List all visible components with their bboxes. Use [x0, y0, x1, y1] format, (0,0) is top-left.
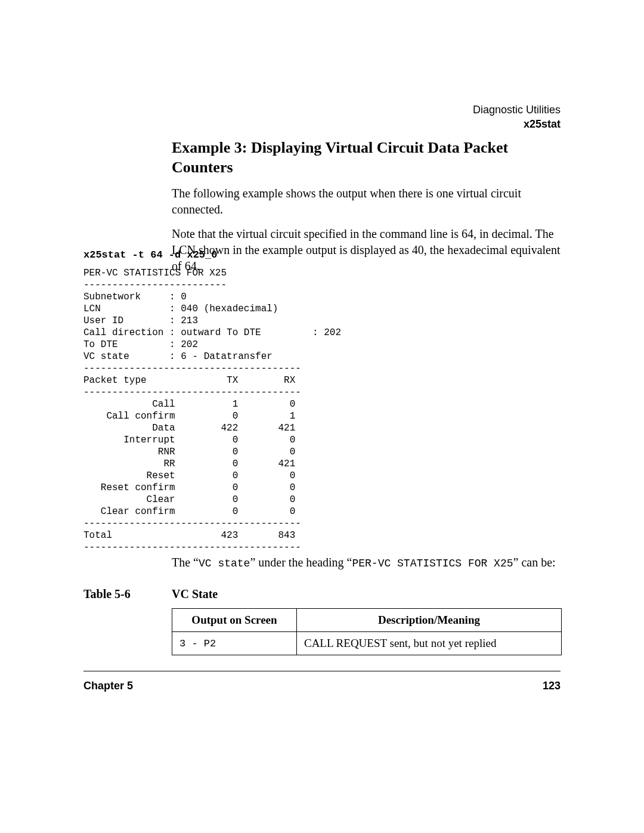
table-row: 3 - P2 CALL REQUEST sent, but not yet re… [172, 632, 562, 655]
footer-page-number: 123 [543, 680, 561, 692]
inline-code-vc-state: VC state [199, 558, 250, 569]
section-heading: Example 3: Displaying Virtual Circuit Da… [172, 138, 562, 177]
table-cell-code: 3 - P2 [172, 632, 297, 655]
table-label: Table 5-6 [83, 587, 131, 601]
footer-rule [83, 671, 561, 671]
text-fragment: ” under the heading “ [250, 556, 352, 569]
vc-state-table: Output on Screen Description/Meaning 3 -… [172, 608, 562, 655]
body-column: Example 3: Displaying Virtual Circuit Da… [172, 138, 562, 283]
table-header-output: Output on Screen [172, 609, 297, 632]
post-console-paragraph: The “VC state” under the heading “PER-VC… [172, 555, 562, 571]
running-head-category: Diagnostic Utilities [473, 103, 561, 117]
running-head-topic: x25stat [473, 117, 561, 131]
table-caption: VC State [172, 587, 218, 601]
page: Diagnostic Utilities x25stat Example 3: … [0, 0, 644, 833]
table-header-desc: Description/Meaning [296, 609, 561, 632]
running-head: Diagnostic Utilities x25stat [473, 103, 561, 132]
text-fragment: ” can be: [513, 556, 556, 569]
table-header-row: Output on Screen Description/Meaning [172, 609, 562, 632]
table-cell-desc: CALL REQUEST sent, but not yet replied [296, 632, 561, 655]
console-output: PER-VC STATISTICS FOR X25 --------------… [83, 267, 341, 553]
command-line: x25stat -t 64 -d x25_0 [83, 249, 217, 261]
text-fragment: The “ [172, 556, 199, 569]
intro-paragraph-1: The following example shows the output w… [172, 185, 562, 218]
inline-code-heading: PER-VC STATISTICS FOR X25 [352, 558, 513, 569]
footer-chapter: Chapter 5 [83, 680, 133, 692]
